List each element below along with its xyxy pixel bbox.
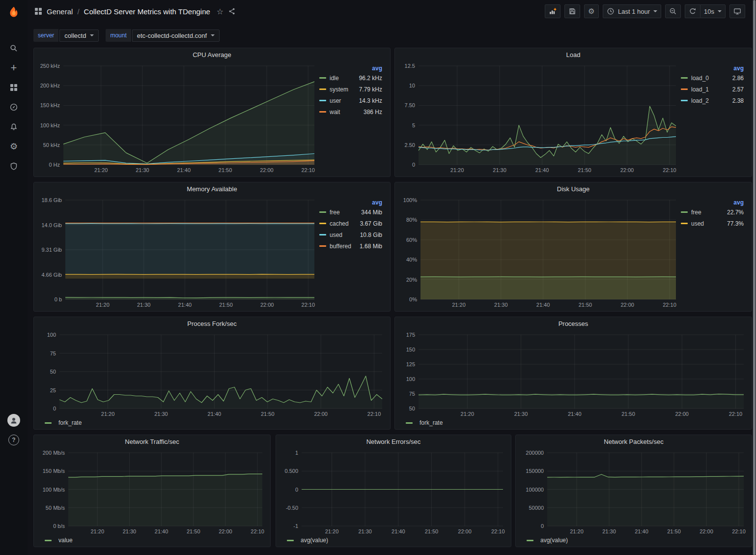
help-icon[interactable]: ? (4, 434, 24, 446)
svg-text:4.66 Gib: 4.66 Gib (41, 272, 62, 278)
legend-series-name: value (58, 537, 73, 544)
legend-item[interactable]: user14.3 kHz (319, 95, 383, 106)
chart-canvas[interactable]: 507510012515017521:2021:3021:4021:5022:0… (399, 331, 748, 418)
panel-title[interactable]: Processes (395, 317, 752, 331)
panel-title[interactable]: Network Packets/sec (516, 435, 752, 449)
panel-network-traffic: Network Traffic/sec 0 b/s50 Mb/s100 Mb/s… (33, 435, 271, 547)
scrollbar[interactable] (753, 0, 756, 555)
zoom-out-button[interactable] (665, 4, 681, 18)
legend-item[interactable]: buffered1.68 Mib (319, 240, 383, 252)
legend-item[interactable]: free344 Mib (319, 206, 383, 218)
chart-canvas[interactable]: 0%20%40%60%80%100%21:2021:3021:4021:5022… (399, 196, 680, 309)
chart-area[interactable]: 507510012515017521:2021:3021:4021:5022:0… (399, 331, 748, 418)
grafana-logo[interactable] (0, 0, 28, 26)
save-dashboard-button[interactable] (564, 4, 580, 18)
add-panel-button[interactable] (545, 4, 560, 18)
legend-header[interactable]: avg (681, 199, 745, 206)
configuration-icon[interactable]: ⚙ (4, 141, 24, 152)
panel-title[interactable]: Disk Usage (395, 182, 752, 196)
svg-text:50000: 50000 (529, 505, 544, 511)
panel-title[interactable]: Load (395, 48, 752, 62)
share-icon[interactable] (228, 7, 236, 15)
legend-item[interactable]: used77.3% (681, 218, 745, 229)
svg-text:250 kHz: 250 kHz (40, 63, 60, 69)
chart-canvas[interactable]: 02.5057.501012.521:2021:3021:4021:5022:0… (399, 62, 680, 175)
svg-text:21:50: 21:50 (187, 528, 200, 534)
svg-text:22:10: 22:10 (302, 302, 315, 308)
panel-title[interactable]: Network Traffic/sec (34, 435, 270, 449)
legend-header[interactable]: avg (681, 65, 745, 72)
create-icon[interactable]: + (4, 62, 24, 74)
chart-area[interactable]: 0 b/s50 Mb/s100 Mb/s150 Mb/s200 Mb/s21:2… (38, 449, 266, 536)
legend-item[interactable]: idle96.2 kHz (319, 72, 383, 84)
tv-mode-button[interactable] (729, 4, 745, 18)
chart-canvas[interactable]: 025507510021:2021:3021:4021:5022:0022:10 (38, 331, 386, 418)
legend-item[interactable]: load_02.86 (681, 72, 745, 84)
panel-title[interactable]: Process Fork/sec (34, 317, 390, 331)
legend-series-name: fork_rate (420, 419, 443, 426)
svg-text:0: 0 (541, 523, 544, 529)
legend-header[interactable]: avg (319, 65, 383, 72)
panel-legend[interactable]: avg(value) (520, 536, 748, 545)
legend-item[interactable]: cached3.67 Gib (319, 218, 383, 229)
svg-text:21:40: 21:40 (155, 528, 168, 534)
panel-body: 02.5057.501012.521:2021:3021:4021:5022:0… (399, 62, 748, 175)
avatar[interactable] (7, 414, 20, 427)
chart-canvas[interactable]: 05000010000015000020000021:2021:3021:402… (520, 449, 748, 536)
scrollbar-thumb[interactable] (753, 0, 756, 555)
chart-area[interactable]: 0 Hz50 kHz100 kHz150 kHz200 kHz250 kHz21… (38, 62, 318, 175)
chart-area[interactable]: -1-0.5000.500121:2021:3021:4021:5022:002… (280, 449, 507, 536)
svg-text:150 kHz: 150 kHz (40, 102, 60, 108)
alerting-icon[interactable] (4, 121, 24, 133)
legend-item[interactable]: load_22.38 (681, 95, 745, 106)
refresh-button[interactable] (685, 4, 700, 18)
chart-area[interactable]: 05000010000015000020000021:2021:3021:402… (520, 449, 748, 536)
breadcrumb-section[interactable]: General (47, 7, 73, 16)
dashboard-settings-button[interactable]: ⚙ (584, 4, 599, 18)
svg-text:5: 5 (412, 122, 415, 128)
dashboards-icon[interactable] (4, 82, 24, 93)
svg-text:21:50: 21:50 (425, 528, 439, 534)
search-icon[interactable] (4, 42, 24, 54)
svg-text:21:30: 21:30 (493, 167, 506, 173)
chart-area[interactable]: 02.5057.501012.521:2021:3021:4021:5022:0… (399, 62, 680, 175)
panel-title[interactable]: Memory Available (34, 182, 390, 196)
legend-series-dash (681, 223, 688, 224)
legend-item[interactable]: system7.79 kHz (319, 84, 383, 95)
star-icon[interactable]: ☆ (217, 7, 224, 16)
time-picker-button[interactable]: Last 1 hour (603, 4, 661, 18)
panel-legend[interactable]: avg(value) (280, 536, 507, 545)
chart-area[interactable]: 025507510021:2021:3021:4021:5022:0022:10 (38, 331, 386, 418)
panel-cpu-average: CPU Average 0 Hz50 kHz100 kHz150 kHz200 … (33, 48, 391, 177)
refresh-interval-button[interactable]: 10s (700, 4, 726, 18)
svg-text:-0.50: -0.50 (286, 505, 298, 511)
chart-area[interactable]: 0 b4.66 Gib9.31 Gib14.0 Gib18.6 Gib21:20… (38, 196, 318, 309)
legend-item[interactable]: free22.7% (681, 206, 745, 218)
legend-item[interactable]: wait386 Hz (319, 106, 383, 117)
question-icon: ? (12, 437, 15, 443)
svg-text:22:00: 22:00 (458, 528, 472, 534)
chart-area[interactable]: 0%20%40%60%80%100%21:2021:3021:4021:5022… (399, 196, 680, 309)
chart-canvas[interactable]: 0 b/s50 Mb/s100 Mb/s150 Mb/s200 Mb/s21:2… (38, 449, 266, 536)
panel-legend[interactable]: value (38, 536, 266, 545)
svg-text:21:20: 21:20 (90, 528, 104, 534)
chart-canvas[interactable]: 0 Hz50 kHz100 kHz150 kHz200 kHz250 kHz21… (38, 62, 318, 175)
legend-item[interactable]: used10.8 Gib (319, 229, 383, 240)
panel-legend[interactable]: fork_rate (38, 418, 386, 427)
panel-title[interactable]: Network Errors/sec (276, 435, 511, 449)
chart-canvas[interactable]: -1-0.5000.500121:2021:3021:4021:5022:002… (280, 449, 507, 536)
variable-value-dropdown[interactable]: collectd (59, 29, 99, 42)
svg-text:21:20: 21:20 (96, 302, 110, 308)
svg-text:22:10: 22:10 (729, 411, 743, 417)
variable-value-dropdown[interactable]: etc-collectd-collectd.conf (132, 29, 220, 42)
legend-item[interactable]: load_12.57 (681, 84, 745, 95)
server-admin-icon[interactable] (4, 160, 24, 172)
panel-body: 507510012515017521:2021:3021:4021:5022:0… (399, 331, 748, 427)
panel-network-packets: Network Packets/sec 05000010000015000020… (515, 435, 752, 547)
save-icon (568, 7, 576, 15)
panel-legend[interactable]: fork_rate (399, 418, 748, 427)
panel-title[interactable]: CPU Average (34, 48, 390, 62)
explore-icon[interactable] (4, 101, 24, 113)
chart-canvas[interactable]: 0 b4.66 Gib9.31 Gib14.0 Gib18.6 Gib21:20… (38, 196, 318, 309)
legend-header[interactable]: avg (319, 199, 383, 206)
